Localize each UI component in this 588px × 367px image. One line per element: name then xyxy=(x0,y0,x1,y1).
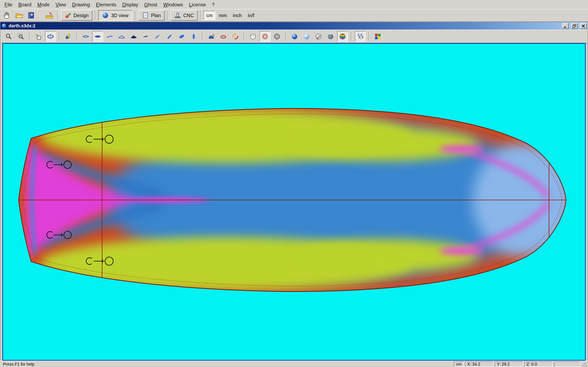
menu-help[interactable]: ? xyxy=(209,1,218,8)
slice-c-icon xyxy=(166,33,173,40)
slice-view-b-button[interactable] xyxy=(152,31,163,42)
toolbar-separator xyxy=(95,11,96,20)
menu-view[interactable]: View xyxy=(53,1,69,8)
render-bands-button[interactable] xyxy=(325,31,336,42)
toolbar-separator xyxy=(29,32,30,41)
ball-view-button[interactable] xyxy=(247,31,258,42)
toolbar-separator xyxy=(59,32,60,41)
open-folder-icon xyxy=(15,11,23,19)
restore-button[interactable] xyxy=(571,23,577,29)
3d-view-mode-button[interactable]: 3D view xyxy=(98,10,132,21)
pan-tool-button[interactable] xyxy=(33,31,44,42)
ball-wireframe-button[interactable] xyxy=(272,31,282,42)
menu-drawing[interactable]: Drawing xyxy=(69,1,93,8)
menu-mode[interactable]: Mode xyxy=(34,1,52,8)
color-legend-button[interactable] xyxy=(372,31,383,42)
cnc-machine-icon xyxy=(174,12,181,19)
slice-view-c-button[interactable] xyxy=(164,31,175,42)
notebook-icon xyxy=(27,11,35,19)
flip-view-button[interactable] xyxy=(206,31,217,42)
status-help-text: Press F1 for help xyxy=(3,362,453,366)
render-curvature-button[interactable] xyxy=(337,31,348,42)
flow-lines-button[interactable] xyxy=(355,31,366,42)
hand-icon xyxy=(3,11,11,19)
cnc-mode-button[interactable]: CNC xyxy=(171,10,198,21)
child-window-titlebar[interactable]: darth.s3dx:2 xyxy=(0,22,588,30)
board-mini-icon xyxy=(65,33,72,40)
section-outline-view-button[interactable] xyxy=(116,31,127,42)
section-shaded-view-button[interactable] xyxy=(128,31,139,42)
toolbar-separator xyxy=(244,32,245,41)
minimize-button[interactable] xyxy=(562,23,568,29)
render-light-button[interactable] xyxy=(301,31,312,42)
menu-license[interactable]: License xyxy=(186,1,209,8)
toolbar-separator xyxy=(369,32,370,41)
pointer-tool-button[interactable] xyxy=(1,10,13,21)
document-sphere-icon xyxy=(1,23,7,29)
slice-a-icon xyxy=(142,33,149,40)
slice-d-icon xyxy=(178,33,185,40)
flow-sections-icon xyxy=(357,33,364,40)
application-window: File Board Mode View Drawing Elements Di… xyxy=(0,0,588,367)
section-outline-icon xyxy=(118,33,125,40)
slice-view-e-button[interactable] xyxy=(188,31,199,42)
rotate-view-button[interactable] xyxy=(45,31,56,42)
render-solid-icon xyxy=(291,33,298,40)
minimize-icon xyxy=(563,24,567,28)
child-window-title: darth.s3dx:2 xyxy=(9,23,559,29)
design-atoms-icon xyxy=(65,12,71,19)
unit-inch-button[interactable]: inch xyxy=(230,11,245,20)
shaded-view-button[interactable] xyxy=(92,31,103,42)
outline-view-button[interactable] xyxy=(80,31,91,42)
slice-b-icon xyxy=(154,33,161,40)
measurements-button[interactable] xyxy=(43,10,55,21)
menu-elements[interactable]: Elements xyxy=(93,1,119,8)
render-bands-icon xyxy=(327,33,334,40)
slice-view-a-button[interactable] xyxy=(140,31,151,42)
render-solid-button[interactable] xyxy=(289,31,300,42)
color-squares-icon xyxy=(374,33,381,40)
status-unit-cell: cm xyxy=(454,361,464,367)
open-file-button[interactable] xyxy=(13,10,25,21)
design-mode-button[interactable]: Design xyxy=(61,10,93,21)
close-button[interactable] xyxy=(580,23,586,29)
rocker-view-button[interactable] xyxy=(104,31,115,42)
menu-ghost[interactable]: Ghost xyxy=(141,1,160,8)
resize-grip[interactable] xyxy=(581,361,587,367)
toolbar-separator xyxy=(200,11,201,20)
menu-file[interactable]: File xyxy=(1,1,15,8)
ball-marked-view-button[interactable] xyxy=(259,31,270,42)
sphere-plain-icon xyxy=(249,33,256,40)
sphere-3d-icon xyxy=(102,12,109,19)
zoom-window-button[interactable] xyxy=(15,31,26,42)
section-shaded-icon xyxy=(130,33,137,40)
sphere-wire-icon xyxy=(273,33,281,40)
unit-inf-button[interactable]: in/f xyxy=(245,11,257,20)
zoom-button[interactable] xyxy=(3,31,14,42)
status-x-cell: X: 34.2 xyxy=(465,361,494,367)
render-curvature-icon xyxy=(339,33,346,40)
child-window: darth.s3dx:2 xyxy=(0,22,588,361)
design-mode-label: Design xyxy=(73,13,89,18)
render-sketch-button[interactable] xyxy=(313,31,324,42)
rotate-z-button[interactable] xyxy=(218,31,229,42)
board-3d-render[interactable] xyxy=(3,44,585,360)
board-mini-view-button[interactable] xyxy=(63,31,73,42)
canvas[interactable] xyxy=(2,43,586,361)
rocker-profile-icon xyxy=(106,33,113,40)
plan-mode-button[interactable]: Plan xyxy=(138,10,164,21)
toolbar-separator xyxy=(285,32,286,41)
unit-cm-button[interactable]: cm xyxy=(204,11,215,20)
unit-mm-button[interactable]: mm xyxy=(216,11,229,20)
slice-view-d-button[interactable] xyxy=(176,31,187,42)
toolbar-separator xyxy=(202,32,203,41)
status-bar: Press F1 for help cm X: 34.2 Y: 29.2 Z: … xyxy=(0,361,588,367)
rotate-free-button[interactable] xyxy=(230,31,241,42)
menu-display[interactable]: Display xyxy=(119,1,141,8)
menu-windows[interactable]: Windows xyxy=(160,1,186,8)
slice-e-icon xyxy=(190,33,197,40)
save-file-button[interactable] xyxy=(26,10,37,21)
toolbar-separator xyxy=(77,32,77,41)
curvature-map xyxy=(3,44,585,360)
menu-board[interactable]: Board xyxy=(15,1,34,8)
